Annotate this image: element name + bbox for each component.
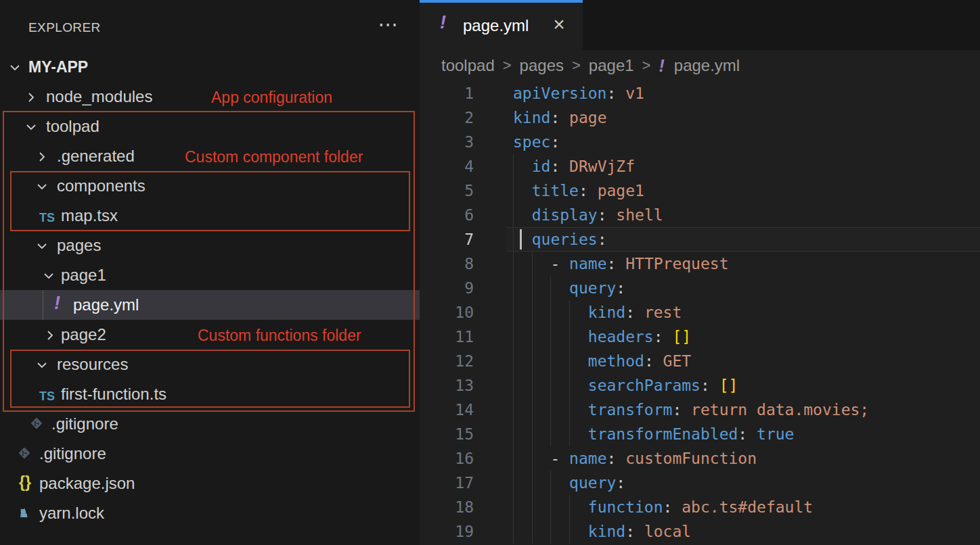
line-number: 10 <box>420 300 474 325</box>
chevron-down-icon <box>8 61 22 74</box>
tree-item-toolpad[interactable]: toolpad <box>0 112 420 141</box>
code-line-19[interactable]: 19 kind: local <box>420 519 980 544</box>
yaml-file-icon: ! <box>54 293 69 308</box>
item-label: yarn.lock <box>39 504 104 523</box>
item-label: map.tsx <box>61 206 118 225</box>
code-line-5[interactable]: 5 title: page1 <box>420 179 980 203</box>
code-line-3[interactable]: 3spec: <box>420 130 980 154</box>
code-line-17[interactable]: 17 query: <box>420 471 980 495</box>
item-label: page1 <box>61 266 106 285</box>
tree-item--gitignore[interactable]: .gitignore <box>0 439 420 469</box>
code-line-9[interactable]: 9 query: <box>420 276 980 300</box>
git-icon <box>18 446 31 460</box>
tab-label: page.yml <box>463 16 529 35</box>
line-number: 9 <box>420 276 474 300</box>
line-number: 14 <box>420 398 474 422</box>
tree-item--generated[interactable]: .generatedCustom component folder <box>0 141 420 171</box>
breadcrumb-separator-icon: > <box>564 57 589 74</box>
tree-item-first-function-ts[interactable]: TSfirst-function.ts <box>0 379 420 409</box>
code-line-6[interactable]: 6 display: shell <box>420 203 980 227</box>
explorer-header: EXPLORER ⋯ <box>0 0 420 43</box>
line-number: 16 <box>420 446 474 471</box>
line-number: 11 <box>420 325 474 349</box>
line-number: 19 <box>420 519 474 544</box>
chevron-down-icon <box>42 269 55 283</box>
chevron-down-icon <box>35 358 49 372</box>
item-label: components <box>57 176 146 195</box>
typescript-icon: TS <box>39 211 54 226</box>
code-line-2[interactable]: 2kind: page <box>420 105 980 130</box>
item-label: page.yml <box>73 295 139 314</box>
chevron-down-icon <box>35 239 49 253</box>
json-icon: {} <box>19 473 34 488</box>
typescript-icon: TS <box>39 389 54 404</box>
tree-root-my-app[interactable]: MY-APP <box>0 52 420 82</box>
line-number: 15 <box>420 422 474 446</box>
item-label: first-function.ts <box>61 385 166 404</box>
tab-bar: ! page.yml × <box>420 0 980 50</box>
breadcrumb-separator-icon: > <box>634 57 659 74</box>
tree-item-node-modules[interactable]: node_modulesApp configuration <box>0 82 420 112</box>
tree-item-resources[interactable]: resources <box>0 350 420 379</box>
line-number: 5 <box>420 179 474 203</box>
more-actions-icon[interactable]: ⋯ <box>374 12 403 37</box>
line-number: 12 <box>420 349 474 373</box>
tree-indent-guide <box>43 290 43 320</box>
line-number: 3 <box>420 130 474 154</box>
item-label: node_modules <box>46 87 152 106</box>
yaml-file-icon: ! <box>440 12 446 33</box>
breadcrumb-toolpad[interactable]: toolpad <box>441 56 495 75</box>
line-number: 18 <box>420 495 474 519</box>
code-line-7[interactable]: 7 queries: <box>420 227 980 252</box>
breadcrumb-page.yml[interactable]: page.yml <box>674 56 740 75</box>
code-line-1[interactable]: 1apiVersion: v1 <box>420 81 980 105</box>
chevron-down-icon <box>24 120 38 134</box>
tree-item-yarn-lock[interactable]: yarn.lock <box>0 498 420 528</box>
red-annotation-text: Custom functions folder <box>198 327 361 345</box>
red-annotation-text: App configuration <box>211 89 332 107</box>
breadcrumb-page1[interactable]: page1 <box>589 56 634 75</box>
code-line-18[interactable]: 18 function: abc.ts#default <box>420 495 980 519</box>
tree-item--gitignore[interactable]: .gitignore <box>0 409 420 439</box>
code-line-4[interactable]: 4 id: DRwVjZf <box>420 154 980 179</box>
tree-item-page-yml[interactable]: !page.yml <box>0 290 420 320</box>
chevron-right-icon <box>24 91 38 104</box>
root-label: MY-APP <box>28 58 88 76</box>
code-line-11[interactable]: 11 headers: [] <box>420 325 980 349</box>
line-number: 1 <box>420 81 474 105</box>
item-label: resources <box>57 355 128 374</box>
tab-page-yml[interactable]: ! page.yml × <box>420 0 583 50</box>
line-number: 2 <box>420 105 474 130</box>
git-icon <box>30 417 43 430</box>
line-number: 4 <box>420 154 474 179</box>
line-number: 13 <box>420 373 474 398</box>
code-line-8[interactable]: 8 - name: HTTPrequest <box>420 252 980 276</box>
code-line-13[interactable]: 13 searchParams: [] <box>420 373 980 398</box>
tree-item-page2[interactable]: page2Custom functions folder <box>0 320 420 350</box>
tree-item-page1[interactable]: page1 <box>0 260 420 290</box>
editor-pane: ! page.yml × toolpad>pages>page1>!page.y… <box>420 0 980 545</box>
item-label: .gitignore <box>51 414 118 433</box>
item-label: .gitignore <box>39 444 106 463</box>
code-editor[interactable]: 1apiVersion: v12kind: page3spec:4 id: DR… <box>420 81 980 545</box>
item-label: page2 <box>61 325 106 344</box>
yaml-file-icon: ! <box>659 56 673 76</box>
code-line-14[interactable]: 14 transform: return data.movies; <box>420 398 980 422</box>
code-line-10[interactable]: 10 kind: rest <box>420 300 980 325</box>
line-number: 6 <box>420 203 474 227</box>
tree-item-map-tsx[interactable]: TSmap.tsx <box>0 201 420 231</box>
code-line-16[interactable]: 16 - name: customFunction <box>420 446 980 471</box>
tree-item-pages[interactable]: pages <box>0 231 420 260</box>
tree-item-package-json[interactable]: {}package.json <box>0 469 420 498</box>
tab-close-icon[interactable]: × <box>547 12 571 37</box>
chevron-right-icon <box>43 329 57 342</box>
breadcrumb-pages[interactable]: pages <box>520 56 564 75</box>
line-number: 7 <box>420 227 474 252</box>
tree-item-components[interactable]: components <box>0 171 420 201</box>
code-line-15[interactable]: 15 transformEnabled: true <box>420 422 980 446</box>
item-label: pages <box>57 236 101 255</box>
item-label: .generated <box>57 147 135 166</box>
explorer-title: EXPLORER <box>28 20 101 35</box>
breadcrumb-separator-icon: > <box>495 57 520 74</box>
code-line-12[interactable]: 12 method: GET <box>420 349 980 373</box>
